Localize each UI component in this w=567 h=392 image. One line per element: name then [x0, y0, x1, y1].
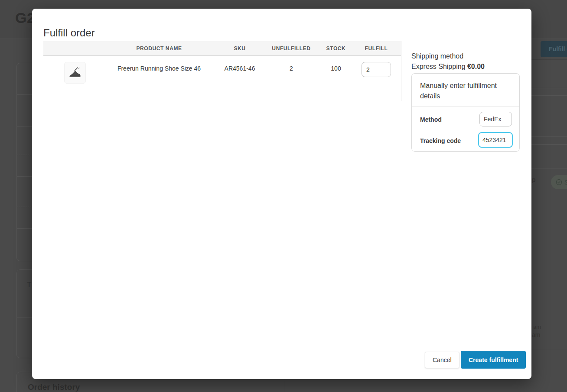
background-payment-card-label: T	[27, 281, 31, 289]
column-header-product-name: PRODUCT NAME	[136, 45, 182, 52]
tracking-code-input[interactable]: 4523421	[478, 132, 513, 148]
shipping-price: €0.00	[467, 63, 485, 70]
column-header-unfulfilled: UNFULFILLED	[272, 45, 310, 52]
shipping-carrier-input[interactable]	[479, 112, 512, 126]
cell-sku: AR4561-46	[225, 65, 255, 72]
shipping-method-heading: Shipping method	[411, 52, 463, 60]
shipping-method-value: Express Shipping €0.00	[411, 63, 485, 71]
divider	[412, 107, 519, 107]
shipping-panel: Shipping method Express Shipping €0.00 M…	[411, 9, 520, 379]
tracking-code-label: Tracking code	[420, 137, 461, 144]
method-label: Method	[420, 116, 442, 123]
background-partial-text: p	[532, 176, 535, 183]
column-header-fulfill: FULFILL	[365, 45, 388, 52]
cell-unfulfilled: 2	[290, 65, 293, 72]
text-cursor	[507, 136, 507, 144]
manual-fulfillment-box: Manually enter fulfillment details Metho…	[411, 73, 520, 152]
background-timestamp: am	[533, 324, 541, 330]
status-badge-label: Se	[564, 179, 567, 186]
product-thumbnail	[64, 62, 86, 84]
background-fulfill-order-button[interactable]: Fulfill o	[541, 41, 567, 57]
create-fulfillment-button[interactable]: Create fulfillment	[461, 351, 526, 369]
cell-stock: 100	[331, 65, 341, 72]
dialog-title: Fulfill order	[43, 27, 95, 39]
table-right-divider	[401, 41, 401, 101]
tracking-code-value: 4523421	[482, 136, 506, 143]
check-circle-icon	[556, 179, 562, 185]
order-history-heading: Order history	[28, 382, 80, 392]
manual-fulfillment-title: Manually enter fulfillment details	[420, 81, 507, 101]
fulfill-order-dialog: Fulfill order PRODUCT NAME SKU UNFULFILL…	[32, 9, 531, 379]
table-row: Freerun Running Shoe Size 46 AR4561-46 2…	[43, 56, 401, 101]
fulfill-quantity-input[interactable]	[362, 62, 391, 77]
column-header-stock: STOCK	[326, 45, 346, 52]
sneaker-icon	[66, 64, 84, 81]
cell-product-name: Freerun Running Shoe Size 46	[117, 65, 201, 72]
products-table-header: PRODUCT NAME SKU UNFULFILLED STOCK FULFI…	[43, 41, 401, 56]
cancel-button[interactable]: Cancel	[425, 352, 459, 368]
background-timestamp: am	[532, 331, 540, 338]
column-header-sku: SKU	[234, 45, 245, 52]
status-badge: Se	[551, 175, 567, 189]
